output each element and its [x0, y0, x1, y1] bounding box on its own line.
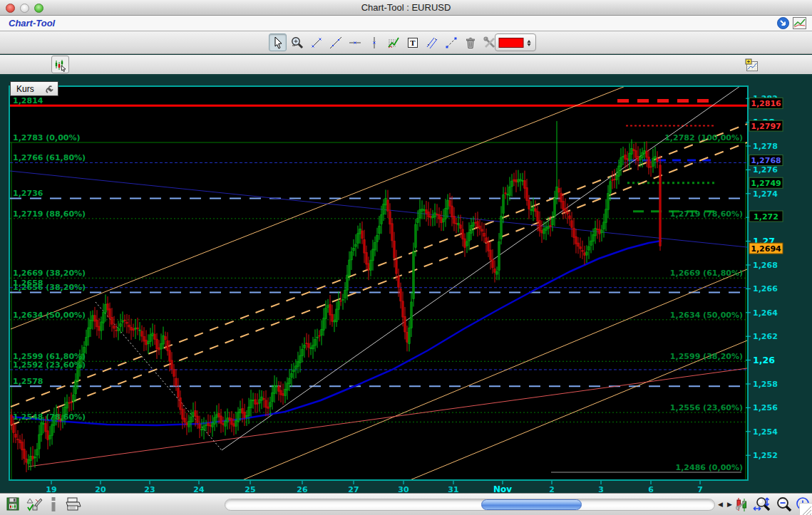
zoom-out-button[interactable] [776, 496, 793, 513]
svg-text:1,2556 (23,60%): 1,2556 (23,60%) [670, 403, 743, 412]
svg-text:30: 30 [398, 485, 409, 493]
svg-text:1,264: 1,264 [753, 308, 778, 318]
dock-arrow-icon[interactable] [777, 17, 789, 32]
svg-text:1,2797: 1,2797 [751, 122, 781, 131]
svg-text:1,2782 (100,00%): 1,2782 (100,00%) [664, 133, 743, 142]
magnifier-minus-icon [776, 496, 793, 513]
zoom-tool-button[interactable] [288, 33, 306, 51]
dashed-line-icon [444, 36, 458, 50]
svg-text:1,256: 1,256 [753, 403, 778, 412]
tab-kurs-label: Kurs [16, 84, 34, 94]
drawing-toolbar: T [0, 31, 812, 54]
vertical-line-tool-button[interactable] [365, 33, 383, 51]
select-tool-button[interactable] [269, 33, 287, 51]
parallel-channel-tool-button[interactable] [423, 33, 441, 51]
svg-text:31: 31 [448, 485, 458, 493]
svg-text:7: 7 [697, 485, 703, 493]
candle-wrench-icon [735, 496, 749, 513]
chart-scrollbar[interactable] [225, 499, 715, 511]
svg-text:1,2768: 1,2768 [751, 156, 781, 165]
scroll-left-button[interactable]: ◀ [716, 499, 725, 510]
svg-text:1,2669 (38,20%): 1,2669 (38,20%) [13, 269, 86, 278]
window-title: Chart-Tool : EURUSD [0, 2, 812, 13]
horizontal-line-tool-button[interactable] [346, 33, 364, 51]
chart-window-icon[interactable] [793, 17, 806, 32]
svg-text:1,26: 1,26 [753, 355, 775, 365]
save-button[interactable] [6, 496, 21, 512]
color-well[interactable] [495, 33, 536, 51]
print-button[interactable] [64, 496, 82, 512]
svg-text:1,2669 (61,80%): 1,2669 (61,80%) [670, 269, 743, 278]
indicator-tool-button[interactable] [384, 33, 402, 51]
svg-text:27: 27 [348, 485, 359, 493]
symbol-toolbar: EURUSD ▼ 3 Monate ▲▼ 1 Stunde ▲▼ [0, 55, 812, 76]
menu-chart-tool[interactable]: Chart-Tool [9, 18, 55, 28]
trendline-icon [329, 36, 343, 50]
chart-area[interactable]: 1,28141,2783 (0,00%)1,2782 (100,00%)1,27… [0, 77, 812, 493]
menu-bar: Chart-Tool [0, 16, 812, 31]
svg-text:1,254: 1,254 [753, 427, 778, 437]
svg-text:1,258: 1,258 [753, 380, 778, 389]
svg-text:1,2766 (61,80%): 1,2766 (61,80%) [13, 153, 86, 162]
svg-text:20: 20 [95, 485, 106, 493]
svg-text:1,2814: 1,2814 [13, 96, 43, 105]
parallel-lines-icon [425, 36, 439, 50]
candlestick-chart[interactable]: 1,28141,2783 (0,00%)1,2782 (100,00%)1,27… [0, 77, 812, 493]
svg-text:1,2816: 1,2816 [751, 99, 781, 108]
svg-text:1,2749: 1,2749 [751, 179, 781, 188]
svg-text:Nov: Nov [493, 484, 512, 493]
svg-text:3: 3 [598, 485, 604, 493]
svg-text:1,2599 (38,20%): 1,2599 (38,20%) [670, 352, 743, 361]
svg-text:1,278: 1,278 [753, 142, 778, 151]
text-tool-icon: T [406, 36, 420, 50]
magnifier-fit-icon [753, 496, 771, 513]
cursor-icon [271, 36, 285, 50]
svg-text:1,2634 (50,00%): 1,2634 (50,00%) [670, 311, 743, 320]
svg-text:26: 26 [297, 485, 308, 493]
info-icon [50, 496, 57, 512]
svg-text:1,252: 1,252 [753, 451, 778, 460]
svg-text:T: T [410, 38, 416, 47]
point-line-tool-button[interactable] [307, 33, 325, 51]
svg-text:1,2634 (50,00%): 1,2634 (50,00%) [13, 311, 86, 320]
candlestick-cursor-icon [53, 58, 68, 72]
bottom-toolbar: ◀ ▶ [0, 493, 812, 515]
wrench-icon [43, 84, 54, 95]
app-window: Chart-Tool : EURUSD Chart-Tool [0, 0, 812, 515]
svg-text:1,272: 1,272 [754, 212, 778, 222]
dashed-line-tool-button[interactable] [442, 33, 460, 51]
svg-text:1,274: 1,274 [753, 189, 778, 199]
svg-text:2: 2 [549, 485, 555, 493]
svg-text:19: 19 [46, 485, 56, 493]
tab-kurs[interactable]: Kurs [10, 81, 58, 96]
trendline-tool-button[interactable] [327, 33, 344, 51]
resize-grip[interactable] [799, 503, 812, 515]
delete-tool-button[interactable] [461, 33, 479, 51]
svg-text:24: 24 [193, 485, 205, 493]
chart-settings-button[interactable] [735, 496, 749, 513]
horizontal-line-icon [348, 36, 362, 50]
trash-icon [463, 36, 478, 50]
svg-text:6: 6 [648, 485, 654, 493]
svg-text:1,2486 (0,00%): 1,2486 (0,00%) [676, 463, 744, 472]
scroll-right-button[interactable]: ▶ [725, 499, 734, 510]
scrollbar-thumb[interactable] [481, 499, 582, 510]
svg-text:1,262: 1,262 [753, 332, 778, 341]
add-chart-icon [745, 58, 759, 73]
svg-text:1,268: 1,268 [753, 261, 778, 270]
chart-type-button[interactable] [51, 56, 69, 73]
info-button[interactable] [50, 496, 57, 512]
zoom-fit-button[interactable] [753, 496, 771, 513]
vertical-line-icon [367, 36, 381, 50]
magnifier-plus-icon [290, 36, 304, 50]
draw-objects-icon [26, 496, 43, 513]
svg-text:1,2719 (78,60%): 1,2719 (78,60%) [670, 209, 743, 219]
svg-text:1,2656 (38,20%): 1,2656 (38,20%) [13, 283, 86, 292]
text-tool-button[interactable]: T [404, 33, 421, 51]
color-swatch-red [499, 38, 523, 47]
segment-icon [309, 36, 324, 50]
add-chart-button[interactable] [743, 56, 761, 74]
printer-icon [64, 496, 82, 512]
title-bar: Chart-Tool : EURUSD [0, 0, 812, 16]
draw-objects-button[interactable] [26, 496, 43, 513]
